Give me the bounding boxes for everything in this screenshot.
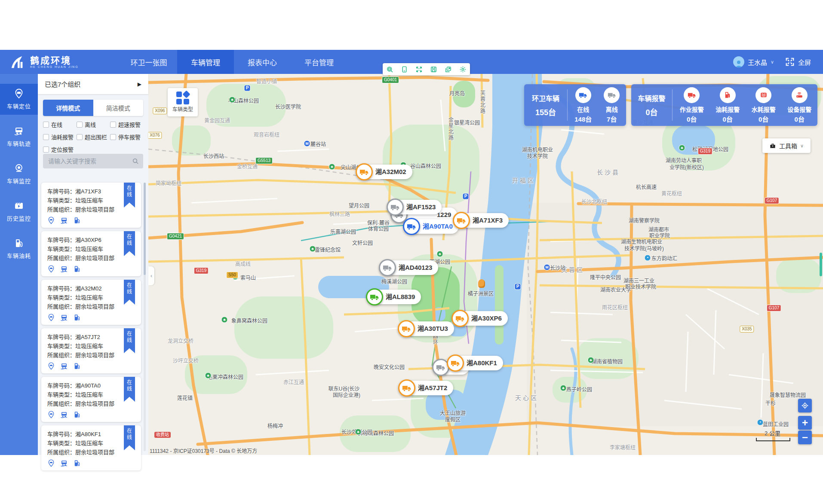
vehicle-type-card[interactable]: 车辆类型 bbox=[168, 88, 198, 116]
zoom-in-button[interactable]: + bbox=[798, 416, 812, 430]
sidebar-item-vehicle-fuel[interactable]: 车辆油耗 bbox=[0, 233, 38, 264]
locate-vehicle-icon[interactable] bbox=[47, 265, 55, 273]
vehicle-type: 垃圾压缩车 bbox=[75, 343, 103, 349]
vehicle-marker[interactable]: 湘AD40123 bbox=[379, 259, 396, 276]
map-poi-icon bbox=[329, 164, 335, 170]
track-vehicle-icon[interactable] bbox=[60, 265, 68, 273]
device-icon[interactable] bbox=[401, 66, 408, 73]
locate-vehicle-icon[interactable] bbox=[47, 314, 55, 321]
avatar[interactable] bbox=[733, 56, 744, 67]
nav-item-reports[interactable]: 报表中心 bbox=[234, 50, 291, 74]
expand-icon[interactable] bbox=[415, 66, 423, 73]
panel-collapse-handle[interactable]: ‹ bbox=[148, 266, 154, 285]
checkbox[interactable] bbox=[110, 122, 116, 128]
checkbox[interactable] bbox=[110, 134, 116, 140]
panel-scrollbar-thumb[interactable] bbox=[144, 183, 146, 275]
truck-icon[interactable] bbox=[379, 259, 396, 276]
nav-item-platform[interactable]: 平台管理 bbox=[291, 50, 347, 74]
truck-icon[interactable] bbox=[387, 199, 404, 216]
vehicle-marker[interactable]: 湘A90TA0 bbox=[403, 218, 420, 235]
truck-icon[interactable] bbox=[451, 310, 469, 327]
filter-checkbox-item[interactable]: 油耗报警 bbox=[43, 133, 77, 141]
nav-item-vehicle-mgmt[interactable]: 车辆管理 bbox=[177, 50, 234, 74]
track-vehicle-icon[interactable] bbox=[60, 459, 68, 467]
app-subtitle: HE CHENG HUAN JING bbox=[30, 65, 79, 68]
locate-button[interactable] bbox=[798, 399, 812, 412]
scale-label: 2 公里 bbox=[755, 429, 790, 437]
vehicle-card[interactable]: 车牌号码：湘A57JT2 车辆类型：垃圾压缩车 所属组织：厨余垃圾项目部 在线 bbox=[41, 328, 141, 373]
vehicle-marker[interactable]: 湘A80KF1 bbox=[447, 354, 464, 372]
fuel-vehicle-icon[interactable] bbox=[73, 314, 81, 321]
user-name[interactable]: 王水晶 bbox=[748, 58, 767, 67]
vehicle-marker[interactable]: 湘AL8839 bbox=[366, 288, 383, 305]
sidebar-item-history-monitor[interactable]: 历史监控 bbox=[0, 196, 38, 227]
panel-scrollbar[interactable] bbox=[144, 183, 146, 451]
fullscreen-label[interactable]: 全屏 bbox=[798, 58, 811, 67]
locate-vehicle-icon[interactable] bbox=[47, 217, 55, 224]
fuel-vehicle-icon[interactable] bbox=[73, 411, 81, 418]
filter-checkbox-item[interactable]: 离线 bbox=[77, 120, 110, 128]
vehicle-marker[interactable]: 湘A30TU3 bbox=[398, 320, 415, 337]
vehicle-card[interactable]: 车牌号码：湘A30XP6 车辆类型：垃圾压缩车 所属组织：厨余垃圾项目部 在线 bbox=[41, 231, 141, 276]
track-vehicle-icon[interactable] bbox=[60, 217, 68, 224]
checkbox[interactable] bbox=[43, 122, 49, 128]
truck-icon[interactable] bbox=[453, 212, 470, 229]
vehicle-marker[interactable]: 湘A30XP6 bbox=[451, 310, 469, 327]
fuel-vehicle-icon[interactable] bbox=[73, 265, 81, 273]
vehicle-marker[interactable]: 湘A71XF3 bbox=[453, 212, 470, 229]
vehicle-card[interactable]: 车牌号码：湘A80KF1 车辆类型：垃圾压缩车 所属组织：厨余垃圾项目部 在线 bbox=[41, 425, 141, 470]
truck-icon[interactable] bbox=[447, 354, 464, 372]
sidebar-item-vehicle-monitor[interactable]: 车辆监控 bbox=[0, 159, 38, 189]
filter-checkbox-item[interactable]: 超速报警 bbox=[110, 120, 144, 128]
zoom-out-button[interactable]: − bbox=[798, 431, 812, 444]
water-alarm-icon bbox=[755, 87, 771, 103]
chevron-down-icon[interactable]: ∨ bbox=[771, 59, 774, 65]
vehicle-marker[interactable]: 湘A57JT2 bbox=[398, 379, 415, 397]
filter-checkbox-item[interactable]: 在线 bbox=[43, 120, 77, 128]
map-label: 金桥互通 bbox=[237, 162, 258, 170]
checkbox[interactable] bbox=[43, 147, 49, 153]
fuel-vehicle-icon[interactable] bbox=[73, 459, 81, 467]
truck-icon[interactable] bbox=[366, 288, 383, 305]
vehicle-marker[interactable]: 湘AF1523 bbox=[387, 199, 404, 216]
vehicle-card[interactable]: 车牌号码：湘A90TA0 车辆类型：垃圾压缩车 所属组织：厨余垃圾项目部 在线 bbox=[41, 377, 141, 422]
truck-icon[interactable] bbox=[398, 320, 415, 337]
truck-icon[interactable] bbox=[398, 379, 415, 397]
checkbox[interactable] bbox=[77, 122, 83, 128]
locate-vehicle-icon[interactable] bbox=[47, 362, 55, 370]
nav-item-overview[interactable]: 环卫一张图 bbox=[120, 50, 177, 74]
fuel-vehicle-icon[interactable] bbox=[73, 362, 81, 370]
locate-vehicle-icon[interactable] bbox=[47, 459, 55, 467]
org-selector[interactable]: 已选7个组织 ▶ bbox=[38, 74, 148, 94]
track-vehicle-icon[interactable] bbox=[60, 411, 68, 418]
checkbox[interactable] bbox=[43, 134, 49, 140]
filter-checkbox-item[interactable]: 超出围栏 bbox=[77, 133, 110, 141]
locate-vehicle-icon[interactable] bbox=[47, 411, 55, 418]
scrollbar-thumb[interactable] bbox=[820, 253, 822, 276]
vehicle-marker[interactable]: 湘A32M02 bbox=[356, 163, 373, 180]
stats-vehicles-title: 环卫车辆 bbox=[532, 93, 559, 103]
truck-icon[interactable] bbox=[356, 163, 373, 180]
fullscreen-icon[interactable] bbox=[785, 57, 795, 67]
toolbox-button[interactable]: 工具箱 ∨ bbox=[762, 138, 811, 153]
tab-detail-mode[interactable]: 详情模式 bbox=[43, 100, 93, 116]
sidebar-item-vehicle-location[interactable]: 车辆定位 bbox=[0, 84, 38, 115]
truck-icon[interactable] bbox=[403, 218, 420, 235]
gear-icon[interactable] bbox=[459, 66, 467, 73]
search-icon[interactable] bbox=[132, 158, 139, 165]
vehicle-card[interactable]: 车牌号码：湘A71XF3 车辆类型：垃圾压缩车 所属组织：厨余垃圾项目部 在线 bbox=[41, 183, 141, 228]
track-vehicle-icon[interactable] bbox=[60, 314, 68, 321]
checkbox[interactable] bbox=[77, 134, 83, 140]
search-input[interactable] bbox=[47, 157, 132, 165]
fuel-vehicle-icon[interactable] bbox=[73, 217, 81, 224]
arrow-right-icon[interactable]: ▶ bbox=[138, 81, 141, 87]
filter-checkbox-item[interactable]: 定位报警 bbox=[43, 145, 77, 153]
vehicle-card[interactable]: 车牌号码：湘A32M02 车辆类型：垃圾压缩车 所属组织：厨余垃圾项目部 在线 bbox=[41, 280, 141, 325]
tab-simple-mode[interactable]: 简洁模式 bbox=[93, 100, 144, 116]
sidebar-item-vehicle-track[interactable]: 车辆轨迹 bbox=[0, 121, 38, 152]
zoom-search-icon[interactable] bbox=[386, 66, 393, 73]
track-vehicle-icon[interactable] bbox=[60, 362, 68, 370]
filter-checkbox-item[interactable]: 停车报警 bbox=[110, 133, 144, 141]
save-icon[interactable] bbox=[430, 66, 437, 73]
export-icon[interactable] bbox=[445, 66, 452, 73]
